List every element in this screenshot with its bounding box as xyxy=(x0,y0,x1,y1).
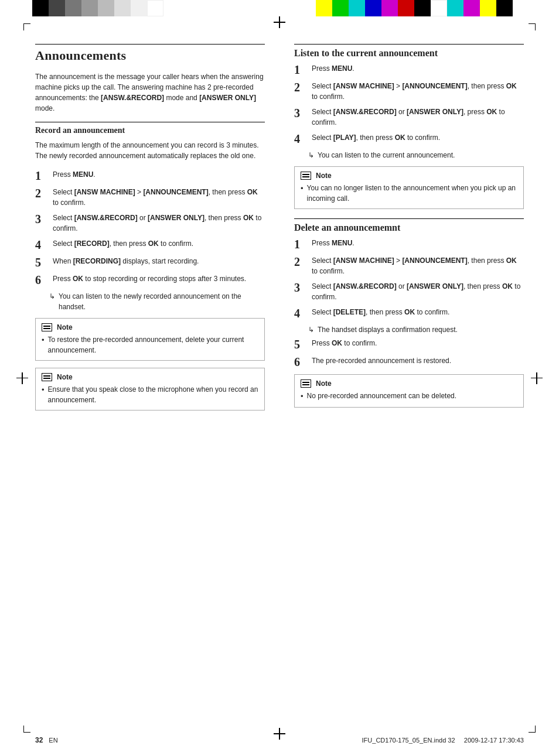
listen-step-text-3: Select [ANSW.&RECORD] or [ANSWER ONLY], … xyxy=(312,107,524,128)
delete-step-2: 2 Select [ANSW MACHINE] > [ANNOUNCEMENT]… xyxy=(294,255,524,276)
delete-note-icon xyxy=(301,379,311,388)
step-num-2: 2 xyxy=(35,187,49,200)
delete-note-text: No pre-recorded announcement can be dele… xyxy=(307,391,457,401)
delete-step-text-3: Select [ANSW.&RECORD] or [ANSWER ONLY], … xyxy=(312,281,524,302)
crosshair-top xyxy=(274,16,285,28)
note-1-dot: • xyxy=(42,334,45,346)
corner-mark-tl xyxy=(23,23,30,30)
delete-step-1: 1 Press MENU. xyxy=(294,238,524,251)
delete-step-4: 4 Select [DELETE], then press OK to conf… xyxy=(294,307,524,320)
footer-lang: EN xyxy=(49,737,57,744)
listen-step-text-4: Select [PLAY], then press OK to confirm. xyxy=(312,132,524,143)
color-bar-right xyxy=(316,0,513,16)
step-text-6: Press OK to stop recording or recording … xyxy=(53,273,265,284)
listen-note-bullet: • You can no longer listen to the announ… xyxy=(301,183,517,204)
record-step-4: 4 Select [RECORD], then press OK to conf… xyxy=(35,238,265,251)
listen-step-num-4: 4 xyxy=(294,132,308,145)
step-num-3: 3 xyxy=(35,213,49,225)
listen-note-icon xyxy=(301,172,311,180)
note-1-label: Note xyxy=(57,323,73,331)
delete-step-5: 5 Press OK to confirm. xyxy=(294,338,524,351)
delete-note-bullet: • No pre-recorded announcement can be de… xyxy=(301,391,517,402)
color-bars xyxy=(0,0,559,16)
note-icon-1 xyxy=(42,323,52,331)
listen-note: Note • You can no longer listen to the a… xyxy=(294,166,524,209)
step-text-2: Select [ANSW MACHINE] > [ANNOUNCEMENT], … xyxy=(53,187,265,208)
delete-step-num-1: 1 xyxy=(294,238,308,251)
record-step-1: 1 Press MENU. xyxy=(35,169,265,182)
step-6-sub-text: You can listen to the newly recorded ann… xyxy=(59,291,265,312)
record-description: The maximum length of the announcement y… xyxy=(35,140,265,161)
delete-step-num-5: 5 xyxy=(294,338,308,351)
step-text-3: Select [ANSW.&RECORD] or [ANSWER ONLY], … xyxy=(53,213,265,234)
delete-section-title: Delete an announcememnt xyxy=(294,223,524,233)
note-2-dot: • xyxy=(42,384,45,396)
step-num-5: 5 xyxy=(35,256,49,269)
delete-step-num-2: 2 xyxy=(294,255,308,268)
record-step-5: 5 When [RECORDING] displays, start recor… xyxy=(35,256,265,269)
step-num-6: 6 xyxy=(35,273,49,286)
note-1-header: Note xyxy=(42,323,258,331)
right-column: Listen to the current announcement 1 Pre… xyxy=(288,44,524,418)
delete-step-text-1: Press MENU. xyxy=(312,238,524,248)
crosshair-left xyxy=(16,372,28,384)
listen-step-text-2: Select [ANSW MACHINE] > [ANNOUNCEMENT], … xyxy=(312,81,524,102)
record-note-1: Note • To restore the pre-recorded annou… xyxy=(35,318,265,361)
two-column-layout: Announcements The announcement is the me… xyxy=(35,44,524,418)
delete-step-3: 3 Select [ANSW.&RECORD] or [ANSWER ONLY]… xyxy=(294,281,524,302)
arrow-icon-1: ↳ xyxy=(49,291,55,302)
delete-step-num-3: 3 xyxy=(294,281,308,294)
delete-step-text-6: The pre-recorded announcement is restore… xyxy=(312,355,524,366)
listen-step-1: 1 Press MENU. xyxy=(294,63,524,76)
listen-note-label: Note xyxy=(316,172,332,180)
step-num-4: 4 xyxy=(35,238,49,251)
delete-note: Note • No pre-recorded announcement can … xyxy=(294,374,524,408)
arrow-icon-delete: ↳ xyxy=(308,324,314,335)
corner-mark-br xyxy=(529,726,536,733)
page-title: Announcements xyxy=(35,48,265,63)
delete-note-header: Note xyxy=(301,379,517,388)
note-1-text: To restore the pre-recorded announcement… xyxy=(48,334,258,355)
color-bar-left xyxy=(32,0,163,16)
listen-step-num-2: 2 xyxy=(294,81,308,94)
crosshair-right xyxy=(531,372,543,384)
listen-step-2: 2 Select [ANSW MACHINE] > [ANNOUNCEMENT]… xyxy=(294,81,524,102)
note-2-label: Note xyxy=(57,373,73,381)
title-divider xyxy=(35,44,265,45)
footer-left: 32 EN xyxy=(35,736,58,744)
step-text-4: Select [RECORD], then press OK to confir… xyxy=(53,238,265,249)
record-step-6: 6 Press OK to stop recording or recordin… xyxy=(35,273,265,286)
record-section-title: Record an announcement xyxy=(35,126,265,135)
listen-step-3: 3 Select [ANSW.&RECORD] or [ANSWER ONLY]… xyxy=(294,107,524,128)
note-2-bullet: • Ensure that you speak close to the mic… xyxy=(42,384,258,405)
listen-step-4-sub-text: You can listen to the current announceme… xyxy=(318,150,455,160)
record-step-3: 3 Select [ANSW.&RECORD] or [ANSWER ONLY]… xyxy=(35,213,265,234)
corner-mark-bl xyxy=(23,726,30,733)
delete-step-text-2: Select [ANSW MACHINE] > [ANNOUNCEMENT], … xyxy=(312,255,524,276)
delete-note-label: Note xyxy=(316,379,332,388)
footer-date: 2009-12-17 17:30:43 xyxy=(464,737,524,744)
listen-step-num-1: 1 xyxy=(294,63,308,76)
delete-step-4-sub: ↳ The handset displays a confirmation re… xyxy=(308,324,524,335)
delete-step-6: 6 The pre-recorded announcement is resto… xyxy=(294,355,524,368)
record-note-2: Note • Ensure that you speak close to th… xyxy=(35,368,265,411)
delete-step-num-6: 6 xyxy=(294,355,308,368)
footer-file: IFU_CD170-175_05_EN.indd 32 xyxy=(362,737,455,744)
note-1-bullet: • To restore the pre-recorded announceme… xyxy=(42,334,258,355)
listen-note-dot: • xyxy=(301,183,304,194)
note-icon-2 xyxy=(42,373,52,381)
record-step-6-sub: ↳ You can listen to the newly recorded a… xyxy=(49,291,265,312)
corner-mark-tr xyxy=(529,23,536,30)
delete-step-text-4: Select [DELETE], then press OK to confir… xyxy=(312,307,524,317)
note-2-header: Note xyxy=(42,373,258,381)
footer-right: IFU_CD170-175_05_EN.indd 32 2009-12-17 1… xyxy=(362,737,524,744)
footer-page-number: 32 xyxy=(35,736,43,744)
left-column: Announcements The announcement is the me… xyxy=(35,44,271,418)
listen-section-title: Listen to the current announcement xyxy=(294,48,524,59)
step-num-1: 1 xyxy=(35,169,49,182)
listen-step-4: 4 Select [PLAY], then press OK to confir… xyxy=(294,132,524,145)
page-content: Announcements The announcement is the me… xyxy=(35,44,524,721)
step-text-1: Press MENU. xyxy=(53,169,265,180)
delete-step-text-5: Press OK to confirm. xyxy=(312,338,524,348)
listen-step-text-1: Press MENU. xyxy=(312,63,524,74)
